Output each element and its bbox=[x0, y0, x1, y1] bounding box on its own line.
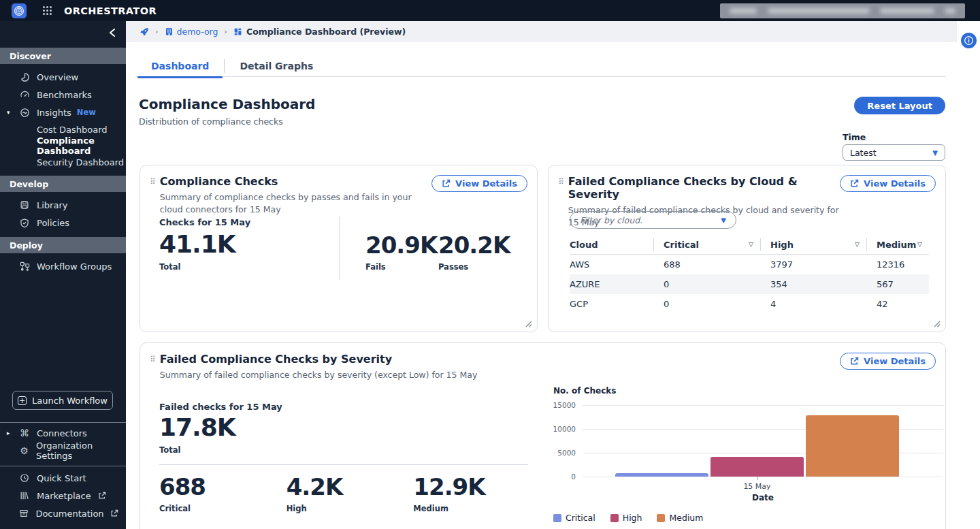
sidebar: Discover Overview Benchmarks ▾ Insights … bbox=[0, 21, 126, 529]
library-icon bbox=[19, 199, 30, 210]
legend-swatch bbox=[610, 514, 619, 522]
time-filter-label: Time bbox=[843, 132, 866, 142]
column-header-medium[interactable]: Medium▽ bbox=[877, 240, 929, 250]
sidebar-item-insights[interactable]: ▾ Insights New bbox=[0, 103, 126, 121]
breadcrumb-org[interactable]: demo-org bbox=[165, 27, 218, 37]
critical-label: Critical bbox=[159, 504, 287, 513]
sort-icon[interactable]: ▽ bbox=[855, 241, 860, 248]
archive-box-icon bbox=[19, 508, 29, 519]
column-header-high[interactable]: High▽ bbox=[770, 238, 867, 251]
total-checks-value: 41.1K bbox=[159, 232, 235, 257]
chart-y-axis-title: No. of Checks bbox=[553, 386, 616, 396]
sidebar-item-benchmarks[interactable]: Benchmarks bbox=[0, 86, 126, 103]
horizontal-divider bbox=[159, 464, 528, 465]
high-value: 4.2K bbox=[287, 475, 414, 498]
severity-card: ⠿ Failed Compliance Checks by Severity S… bbox=[140, 342, 946, 529]
passes-value: 20.2K bbox=[438, 234, 510, 257]
dropdown-caret-icon: ▼ bbox=[932, 149, 938, 157]
drag-handle-icon[interactable]: ⠿ bbox=[150, 177, 155, 187]
dashboard-icon bbox=[233, 27, 242, 36]
pie-chart-icon bbox=[19, 71, 30, 82]
view-details-button[interactable]: View Details bbox=[431, 175, 527, 192]
sidebar-item-policies[interactable]: Policies bbox=[0, 214, 126, 231]
card-title: Compliance Checks bbox=[160, 175, 431, 188]
gauge-icon bbox=[19, 89, 30, 100]
sidebar-item-library[interactable]: Library bbox=[0, 196, 126, 214]
bar-critical[interactable] bbox=[615, 473, 708, 477]
legend-item-critical[interactable]: Critical bbox=[553, 513, 595, 523]
app-title: ORCHESTRATOR bbox=[64, 5, 157, 16]
bar-medium[interactable] bbox=[806, 415, 899, 477]
page-subtitle: Distribution of compliance checks bbox=[139, 116, 283, 127]
cloud-severity-table: Cloud Critical▽ High▽ Medium▽ AWS 688 37… bbox=[570, 235, 929, 314]
sidebar-section-develop: Develop bbox=[0, 176, 126, 192]
sidebar-item-quick-start[interactable]: Quick Start bbox=[0, 469, 126, 487]
card-title: Failed Compliance Checks by Severity bbox=[160, 353, 478, 366]
plus-icon: + bbox=[18, 396, 27, 405]
filter-placeholder: Filter by cloud. bbox=[580, 215, 642, 225]
gear-icon: ⚙ bbox=[19, 445, 29, 456]
chevron-right-icon[interactable]: ▸ bbox=[7, 430, 10, 436]
info-button[interactable] bbox=[961, 33, 977, 48]
sidebar-section-deploy: Deploy bbox=[0, 237, 126, 253]
card-subtitle: Summary of compliance checks by passes a… bbox=[160, 191, 431, 216]
time-filter-select[interactable]: Latest ▼ bbox=[843, 144, 945, 161]
table-header-row: Cloud Critical▽ High▽ Medium▽ bbox=[570, 235, 929, 255]
chevron-down-icon[interactable]: ▾ bbox=[7, 109, 10, 116]
column-header-critical[interactable]: Critical▽ bbox=[664, 238, 761, 251]
main-content: › demo-org › Compliance Dashboard (Previ… bbox=[126, 21, 980, 529]
sidebar-collapse-icon[interactable] bbox=[107, 27, 119, 39]
drag-handle-icon[interactable]: ⠿ bbox=[150, 355, 155, 364]
cloud-filter-select[interactable]: Filter by cloud. ▼ bbox=[570, 211, 736, 229]
table-row: AZURE 0 354 567 bbox=[570, 274, 929, 294]
external-link-icon bbox=[442, 179, 451, 188]
legend-swatch bbox=[553, 514, 561, 522]
y-axis-tick-label: 5000 bbox=[550, 449, 576, 457]
insights-icon bbox=[19, 107, 30, 118]
breadcrumb-separator: › bbox=[155, 27, 159, 36]
sidebar-item-documentation[interactable]: Documentation bbox=[0, 504, 126, 522]
view-details-button[interactable]: View Details bbox=[840, 175, 936, 192]
column-header-cloud[interactable]: Cloud bbox=[570, 238, 654, 251]
failed-checks-section-label: Failed checks for 15 May bbox=[159, 402, 282, 412]
resize-handle-icon[interactable] bbox=[525, 320, 532, 327]
sidebar-item-marketplace[interactable]: Marketplace bbox=[0, 487, 126, 504]
sidebar-item-organization-settings[interactable]: ⚙ Organization Settings bbox=[0, 442, 126, 460]
sidebar-item-overview[interactable]: Overview bbox=[0, 68, 126, 86]
external-link-icon bbox=[850, 357, 859, 366]
total-checks-label: Total bbox=[159, 262, 235, 272]
sort-icon[interactable]: ▽ bbox=[749, 241, 753, 248]
app-logo-icon[interactable] bbox=[12, 3, 27, 18]
legend-item-medium[interactable]: Medium bbox=[657, 513, 703, 523]
redacted-account-info[interactable] bbox=[720, 3, 965, 18]
tab-detail-graphs[interactable]: Detail Graphs bbox=[225, 55, 328, 77]
rocket-icon bbox=[140, 27, 149, 37]
y-axis-tick-label: 15000 bbox=[550, 401, 576, 409]
medium-value: 12.9K bbox=[413, 475, 540, 498]
breadcrumb: › demo-org › Compliance Dashboard (Previ… bbox=[126, 21, 957, 42]
failed-total-value: 17.8K bbox=[159, 415, 235, 440]
vertical-divider bbox=[339, 217, 340, 280]
legend-item-high[interactable]: High bbox=[610, 513, 642, 523]
reset-layout-button[interactable]: Reset Layout bbox=[854, 97, 945, 114]
clock-icon bbox=[19, 472, 30, 483]
view-details-button[interactable]: View Details bbox=[840, 353, 936, 370]
workflow-icon bbox=[19, 261, 30, 272]
drag-handle-icon[interactable]: ⠿ bbox=[558, 177, 564, 187]
breadcrumb-home[interactable] bbox=[140, 27, 149, 37]
sidebar-item-compliance-dashboard[interactable]: Compliance Dashboard bbox=[0, 138, 126, 154]
bar-high[interactable] bbox=[710, 457, 804, 477]
sidebar-item-security-dashboard[interactable]: Security Dashboard bbox=[0, 154, 126, 170]
sidebar-item-connectors[interactable]: ▸ ⌘ Connectors bbox=[0, 424, 126, 442]
passes-label: Passes bbox=[438, 262, 510, 272]
gridline bbox=[583, 477, 943, 477]
resize-handle-icon[interactable] bbox=[933, 320, 941, 327]
app-launcher-icon[interactable] bbox=[43, 6, 52, 15]
sort-icon[interactable]: ▽ bbox=[917, 241, 922, 248]
organization-icon bbox=[165, 27, 174, 36]
external-link-icon bbox=[110, 508, 119, 519]
sidebar-item-workflow-groups[interactable]: Workflow Groups bbox=[0, 257, 126, 275]
breadcrumb-current-page: Compliance Dashboard (Preview) bbox=[233, 27, 406, 37]
tab-dashboard[interactable]: Dashboard bbox=[136, 55, 224, 77]
launch-workflow-button[interactable]: + Launch Workflow bbox=[12, 391, 113, 410]
